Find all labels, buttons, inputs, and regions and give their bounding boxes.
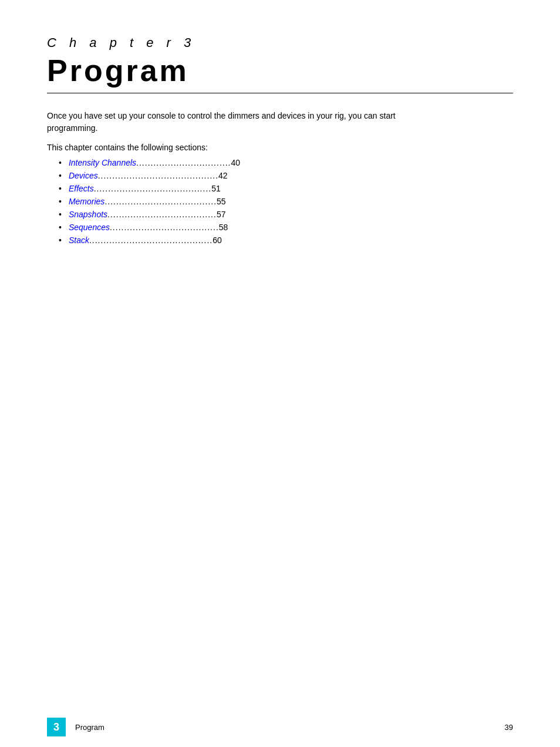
toc-dots-4: ...................................... bbox=[107, 210, 217, 219]
footer: 3 Program 39 bbox=[0, 707, 560, 747]
toc-page-5: 58 bbox=[219, 223, 228, 232]
toc-item-devices: Devices.................................… bbox=[59, 171, 513, 180]
toc-dots-2: ........................................… bbox=[94, 184, 211, 193]
toc-page-1: 42 bbox=[218, 171, 228, 180]
chapter-title: Program bbox=[47, 53, 513, 88]
divider bbox=[47, 93, 513, 93]
toc-dots-3: ....................................... bbox=[104, 197, 217, 206]
toc-item-intensity-channels: Intensity Channels......................… bbox=[59, 158, 513, 167]
toc-link-stack[interactable]: Stack bbox=[69, 235, 89, 245]
toc-link-intensity-channels[interactable]: Intensity Channels bbox=[69, 158, 136, 167]
toc-item-effects: Effects.................................… bbox=[59, 184, 513, 193]
toc-link-devices[interactable]: Devices bbox=[69, 171, 98, 180]
toc-link-effects[interactable]: Effects bbox=[69, 184, 94, 193]
footer-badge: 3 bbox=[47, 718, 66, 736]
toc-page-6: 60 bbox=[212, 235, 222, 245]
toc-link-snapshots[interactable]: Snapshots bbox=[69, 210, 107, 219]
toc-link-sequences[interactable]: Sequences bbox=[69, 223, 110, 232]
toc-item-memories: Memories................................… bbox=[59, 197, 513, 206]
chapter-label: C h a p t e r 3 bbox=[47, 35, 513, 51]
toc-link-memories[interactable]: Memories bbox=[69, 197, 104, 206]
toc-page-4: 57 bbox=[217, 210, 226, 219]
toc-list: Intensity Channels......................… bbox=[59, 158, 513, 245]
content-area: C h a p t e r 3 Program Once you have se… bbox=[0, 0, 560, 284]
toc-dots-0: ................................. bbox=[136, 158, 231, 167]
toc-item-snapshots: Snapshots...............................… bbox=[59, 210, 513, 219]
toc-item-sequences: Sequences...............................… bbox=[59, 223, 513, 232]
toc-page-3: 55 bbox=[217, 197, 226, 206]
toc-dots-5: ...................................... bbox=[110, 223, 219, 232]
toc-page-0: 40 bbox=[231, 158, 240, 167]
intro-paragraph-2: This chapter contains the following sect… bbox=[47, 143, 513, 152]
toc-page-2: 51 bbox=[211, 184, 221, 193]
toc-dots-1: ........................................… bbox=[98, 171, 218, 180]
footer-chapter-name: Program bbox=[75, 723, 505, 732]
toc-dots-6: ........................................… bbox=[89, 235, 212, 245]
intro-paragraph-1: Once you have set up your console to con… bbox=[47, 110, 446, 134]
toc-item-stack: Stack...................................… bbox=[59, 235, 513, 245]
footer-page-number: 39 bbox=[505, 723, 513, 732]
page: C h a p t e r 3 Program Once you have se… bbox=[0, 0, 560, 747]
